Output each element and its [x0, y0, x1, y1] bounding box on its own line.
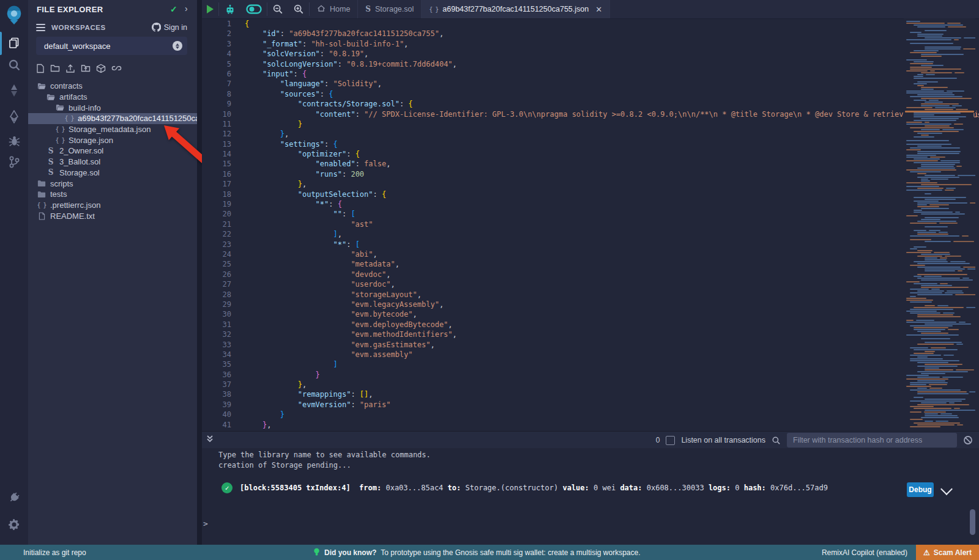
new-file-icon[interactable] [36, 64, 45, 73]
scam-alert-badge[interactable]: ⚠ Scam Alert [916, 545, 979, 560]
minimap[interactable] [904, 18, 975, 431]
solidity-compiler-icon[interactable] [0, 79, 28, 101]
file-explorer-panel: FILE EXPLORER ✓ › WORKSPACES Sign in def… [28, 0, 197, 545]
remix-logo-icon[interactable] [0, 4, 28, 26]
zoom-in-button[interactable] [288, 0, 309, 18]
tree-item-label: build-info [69, 103, 101, 112]
tree-item[interactable]: { }.prettierrc.json [28, 200, 197, 211]
tree-item[interactable]: artifacts [28, 92, 197, 103]
panel-resize-handle[interactable] [197, 0, 202, 545]
code-line: 17 }, [202, 179, 979, 189]
hamburger-menu-icon[interactable] [36, 22, 45, 33]
deploy-run-icon[interactable] [0, 106, 28, 128]
file-explorer-icon[interactable] [0, 32, 28, 54]
line-number: 15 [202, 159, 245, 169]
code-line: 40 } [202, 410, 979, 419]
upload-folder-icon[interactable] [81, 64, 91, 73]
code-overflow-fragment: us [973, 111, 979, 119]
code-line: 23 "*": [ [202, 240, 979, 249]
check-icon[interactable]: ✓ [170, 4, 177, 14]
tree-item[interactable]: scripts [28, 178, 197, 189]
code-view[interactable]: 1{2 "id": "a69b43f277ba20fcac141151250ca… [202, 19, 979, 430]
json-icon: { } [37, 202, 47, 208]
tree-item[interactable]: SStorage.sol [28, 168, 197, 179]
ai-copilot-button[interactable] [219, 0, 241, 18]
sol-icon: S [46, 168, 56, 177]
terminal-log-line: creation of Storage pending... [218, 461, 351, 470]
code-line: 11 } [202, 119, 979, 129]
terminal-prompt[interactable]: > [203, 519, 208, 528]
debug-button[interactable]: Debug [907, 482, 934, 497]
terminal-scrollbar[interactable] [970, 509, 975, 535]
line-number: 27 [202, 279, 245, 289]
tree-item[interactable]: { }Storage.json [28, 134, 197, 146]
link-icon[interactable] [111, 64, 122, 73]
transaction-row: ✓ [block:5583405 txIndex:4] from: 0xa03.… [221, 482, 828, 493]
sign-in-button[interactable]: Sign in [152, 23, 187, 32]
settings-icon[interactable] [0, 514, 28, 536]
folder-open-icon [46, 94, 56, 101]
tabs-host: HomeSStorage.sol{ }a69b43f277ba20fcac141… [310, 0, 610, 18]
tree-item[interactable]: build-info [28, 102, 197, 113]
code-line: 41 }, [202, 420, 979, 430]
code-line: 18 "outputSelection": { [202, 190, 979, 199]
editor-tab[interactable]: { }a69b43f277ba20fcac141151250ca755.json… [422, 0, 610, 18]
run-script-button[interactable] [202, 0, 218, 18]
transaction-count-badge: 0 [656, 436, 660, 444]
workspace-select[interactable]: default_workspace [36, 37, 187, 55]
panel-title: FILE EXPLORER [37, 5, 103, 14]
chevron-right-icon[interactable]: › [185, 4, 188, 13]
editor-tab[interactable]: Home [310, 0, 358, 18]
status-right-group: RemixAI Copilot (enabled) ⚠ Scam Alert [822, 545, 979, 560]
code-line: 25 "metadata", [202, 259, 979, 269]
tab-label: a69b43f277ba20fcac141151250ca755.json [442, 5, 589, 13]
line-number: 19 [202, 199, 245, 209]
tree-item[interactable]: tests [28, 189, 197, 200]
tree-item[interactable]: contracts [28, 81, 197, 92]
warning-icon: ⚠ [923, 548, 930, 557]
code-line: 16 "runs": 200 [202, 169, 979, 179]
listen-checkbox[interactable] [666, 436, 675, 445]
expand-transaction-icon[interactable] [940, 483, 953, 495]
zoom-out-button[interactable] [267, 0, 288, 18]
editor-tab[interactable]: SStorage.sol [358, 0, 422, 18]
sign-in-label: Sign in [164, 23, 187, 32]
tree-item[interactable]: { }Storage_metadata.json [28, 124, 197, 135]
tree-item[interactable]: S3_Ballot.sol [28, 157, 197, 168]
code-line: 31 "evm.deployedBytecode", [202, 320, 979, 330]
debugger-icon[interactable] [0, 130, 28, 152]
editor-area[interactable]: HomeSStorage.sol{ }a69b43f277ba20fcac141… [202, 0, 979, 431]
git-init-action[interactable]: Initialize as git repo [23, 548, 86, 557]
tip-title: Did you know? [324, 548, 376, 557]
tree-item[interactable]: S2_Owner.sol [28, 146, 197, 157]
line-number: 32 [202, 330, 245, 339]
activity-bar [0, 0, 29, 560]
line-number: 11 [202, 119, 245, 129]
terminal-collapse-button[interactable] [206, 435, 214, 446]
code-line: 38 "remappings": [], [202, 389, 979, 399]
play-icon [207, 5, 214, 13]
code-line: 1{ [202, 19, 979, 29]
code-line: 10 "content": "// SPDX-License-Identifie… [202, 109, 979, 119]
new-folder-icon[interactable] [50, 64, 60, 73]
tree-item-label: a69b43f277ba20fcac141151250ca7... [78, 114, 210, 123]
line-number: 33 [202, 340, 245, 350]
search-icon[interactable] [0, 54, 28, 76]
tree-item-label: 3_Ballot.sol [59, 157, 100, 166]
plugin-manager-icon[interactable] [0, 486, 28, 508]
box-icon[interactable] [96, 64, 106, 73]
terminal-output[interactable]: Type the library name to see available c… [202, 448, 979, 545]
upload-file-icon[interactable] [65, 64, 75, 73]
close-tab-icon[interactable]: ✕ [595, 5, 602, 14]
workspace-sort-icon[interactable] [173, 41, 182, 51]
tree-item[interactable]: README.txt [28, 210, 197, 221]
terminal-header: 0 Listen on all transactions [202, 431, 979, 449]
copilot-toggle[interactable] [241, 0, 267, 18]
copilot-status[interactable]: RemixAI Copilot (enabled) [822, 548, 907, 557]
folder-icon [37, 191, 47, 198]
zoom-in-icon [293, 4, 304, 15]
source-control-icon[interactable] [0, 151, 28, 173]
clear-filter-icon[interactable] [963, 435, 973, 445]
transaction-filter-input[interactable] [787, 433, 957, 448]
tree-item-selected[interactable]: { }a69b43f277ba20fcac141151250ca7... [28, 113, 197, 124]
